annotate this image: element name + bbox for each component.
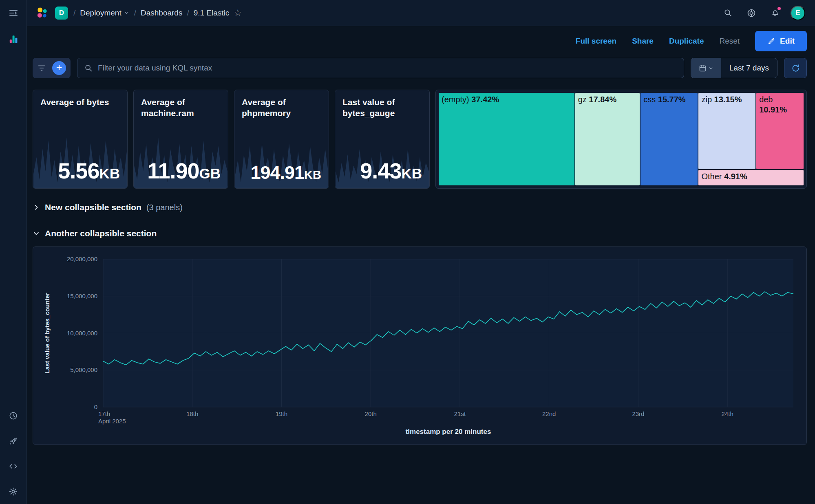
rocket-icon xyxy=(9,436,18,446)
section-title: New collapsible section xyxy=(45,202,141,212)
svg-text:April 2025: April 2025 xyxy=(98,418,126,425)
elastic-logo-icon xyxy=(35,6,49,20)
metric-title: Last value of bytes_gauge xyxy=(342,97,422,119)
svg-text:22nd: 22nd xyxy=(542,410,556,417)
add-filter-button[interactable]: + xyxy=(52,61,66,75)
kql-search-box[interactable] xyxy=(77,58,684,78)
help-button[interactable] xyxy=(743,5,760,21)
metric-number: 5.56 xyxy=(58,158,99,183)
svg-text:19th: 19th xyxy=(276,410,287,417)
treemap: (empty) 37.42% gz 17.84% css 15.77% zip … xyxy=(439,93,804,185)
treemap-tile-gz[interactable]: gz 17.84% xyxy=(575,93,640,185)
date-quick-select-button[interactable] xyxy=(691,58,721,78)
time-range-picker: Last 7 days xyxy=(691,58,777,78)
search-icon xyxy=(84,64,93,73)
chevron-right-icon xyxy=(33,204,40,211)
header-right: E xyxy=(720,5,805,21)
svg-text:Last value of bytes_counter: Last value of bytes_counter xyxy=(44,293,51,374)
breadcrumb-current-dashboard: 9.1 Elastic xyxy=(194,9,230,18)
breadcrumb-dashboards[interactable]: Dashboards xyxy=(141,9,182,18)
notifications-button[interactable] xyxy=(767,5,783,21)
filter-controls-group: + xyxy=(33,58,71,78)
kql-search-input[interactable] xyxy=(98,64,677,73)
edit-button[interactable]: Edit xyxy=(755,31,807,51)
treemap-tile-empty[interactable]: (empty) 37.42% xyxy=(439,93,574,185)
treemap-tile-percent: 10.91% xyxy=(759,105,787,114)
bytes-counter-chart-panel[interactable]: 05,000,00010,000,00015,000,00020,000,000… xyxy=(33,246,807,445)
treemap-tile-other[interactable]: Other 4.91% xyxy=(698,170,804,185)
metric-value: 5.56KB xyxy=(58,158,120,183)
breadcrumb: / Deployment / Dashboards / 9.1 Elastic … xyxy=(73,9,242,18)
deployment-badge[interactable]: D xyxy=(55,7,68,20)
treemap-tile-percent: 17.84% xyxy=(589,95,616,104)
treemap-tile-name: zip xyxy=(701,95,712,104)
metric-panel-avg-bytes[interactable]: Average of bytes 5.56KB xyxy=(33,90,128,189)
svg-text:18th: 18th xyxy=(186,410,198,417)
treemap-tile-name: Other xyxy=(701,172,722,181)
treemap-tile-label: (empty) 37.42% xyxy=(442,95,573,105)
treemap-tile-percent: 4.91% xyxy=(724,172,747,181)
metric-value: 11.90GB xyxy=(147,158,221,183)
refresh-query-button[interactable] xyxy=(784,58,807,78)
svg-text:timestamp per 20 minutes: timestamp per 20 minutes xyxy=(406,428,491,436)
breadcrumb-separator: / xyxy=(187,9,189,18)
svg-text:15,000,000: 15,000,000 xyxy=(67,293,97,299)
svg-text:10,000,000: 10,000,000 xyxy=(67,330,97,337)
nav-rail-bottom-group xyxy=(6,408,21,499)
treemap-tile-css[interactable]: css 15.77% xyxy=(641,93,698,185)
expanded-section-header[interactable]: Another collapsible section xyxy=(33,229,807,238)
recently-viewed-button[interactable] xyxy=(6,408,21,423)
metric-number: 11.90 xyxy=(147,158,199,183)
analytics-app-button[interactable] xyxy=(6,31,21,47)
dev-tools-button[interactable] xyxy=(6,458,21,474)
analytics-bar-chart-icon xyxy=(8,34,19,44)
treemap-tile-percent: 37.42% xyxy=(471,95,499,104)
treemap-tile-percent: 15.77% xyxy=(658,95,686,104)
elastic-logo[interactable] xyxy=(34,5,50,21)
svg-text:5,000,000: 5,000,000 xyxy=(70,366,97,373)
getting-started-button[interactable] xyxy=(6,433,21,449)
treemap-tile-label: Other 4.91% xyxy=(701,172,802,182)
main-column: D / Deployment / Dashboards / 9.1 Elasti… xyxy=(27,0,815,504)
breadcrumb-deployment[interactable]: Deployment xyxy=(80,9,129,18)
breadcrumb-separator: / xyxy=(73,9,75,18)
favorite-star-icon[interactable]: ☆ xyxy=(234,9,242,18)
chevron-down-icon xyxy=(124,10,130,16)
treemap-panel[interactable]: (empty) 37.42% gz 17.84% css 15.77% zip … xyxy=(435,90,807,189)
clock-icon xyxy=(9,411,18,420)
metric-panel-last-bytes-gauge[interactable]: Last value of bytes_gauge 9.43KB xyxy=(335,90,430,189)
settings-button[interactable] xyxy=(6,484,21,499)
section-title: Another collapsible section xyxy=(45,229,157,238)
breadcrumb-deployment-label: Deployment xyxy=(80,9,121,18)
share-button[interactable]: Share xyxy=(632,37,654,46)
metric-panel-avg-machine-ram[interactable]: Average of machine.ram 11.90GB xyxy=(133,90,228,189)
svg-text:23rd: 23rd xyxy=(632,410,644,417)
global-search-button[interactable] xyxy=(720,5,736,21)
treemap-right-top-row: zip 13.15% deb 10.91% xyxy=(698,93,804,169)
header-left: D / Deployment / Dashboards / 9.1 Elasti… xyxy=(34,5,714,21)
metric-title: Average of bytes xyxy=(40,97,120,108)
metric-panel-avg-phpmemory[interactable]: Average of phpmemory 194.91KB xyxy=(234,90,329,189)
filters-button[interactable] xyxy=(37,64,46,73)
treemap-tile-deb[interactable]: deb 10.91% xyxy=(756,93,804,169)
metric-unit: KB xyxy=(99,165,120,181)
duplicate-button[interactable]: Duplicate xyxy=(669,37,704,46)
svg-text:17th: 17th xyxy=(98,410,110,417)
svg-text:24th: 24th xyxy=(722,410,733,417)
time-range-value[interactable]: Last 7 days xyxy=(721,58,777,78)
treemap-right-column: zip 13.15% deb 10.91% Other 4.91% xyxy=(698,93,804,185)
metric-number: 194.91 xyxy=(250,162,304,183)
search-icon xyxy=(723,8,733,18)
full-screen-button[interactable]: Full screen xyxy=(576,37,616,46)
user-avatar[interactable]: E xyxy=(791,6,805,20)
collapsed-section-header[interactable]: New collapsible section (3 panels) xyxy=(33,202,807,212)
reset-button[interactable]: Reset xyxy=(719,37,740,46)
refresh-icon xyxy=(791,64,800,73)
treemap-tile-name: (empty) xyxy=(442,95,469,104)
kibana-app: D / Deployment / Dashboards / 9.1 Elasti… xyxy=(0,0,815,504)
expand-nav-menu-button[interactable] xyxy=(6,5,21,21)
metric-unit: KB xyxy=(304,168,321,181)
metric-number: 9.43 xyxy=(360,158,401,183)
treemap-tile-zip[interactable]: zip 13.15% xyxy=(698,93,755,169)
metric-value: 9.43KB xyxy=(360,158,422,183)
